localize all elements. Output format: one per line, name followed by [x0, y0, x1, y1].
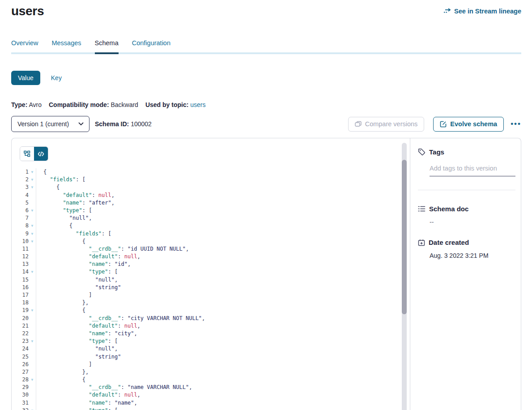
- tags-heading: Tags: [418, 148, 515, 156]
- line-number: 26: [12, 361, 29, 368]
- tab-overview[interactable]: Overview: [11, 39, 38, 52]
- line-number: 12: [12, 253, 29, 261]
- fold-gutter: [29, 315, 36, 322]
- line-number: 7: [12, 214, 29, 222]
- line-number: 1: [12, 168, 29, 176]
- fold-toggle-icon[interactable]: ▼: [29, 207, 36, 214]
- evolve-schema-icon: [440, 121, 447, 128]
- evolve-schema-button[interactable]: Evolve schema: [433, 117, 504, 132]
- calendar-plus-icon: [418, 239, 425, 246]
- fold-toggle-icon[interactable]: ▼: [29, 307, 36, 314]
- version-select[interactable]: Version 1 (current): [11, 116, 89, 132]
- code-line-content: "type": [: [36, 268, 118, 276]
- line-number: 28: [12, 376, 29, 384]
- topic-link[interactable]: users: [190, 101, 205, 108]
- code-line-content: },: [36, 299, 89, 307]
- list-icon: [418, 205, 426, 212]
- version-select-value: Version 1 (current): [17, 120, 69, 128]
- fold-toggle-icon[interactable]: ▼: [29, 238, 36, 245]
- code-line: 22"name": "city",: [12, 330, 410, 337]
- code-line-content: ]: [36, 361, 92, 368]
- code-line: 28▼{: [12, 376, 410, 384]
- tab-schema[interactable]: Schema: [95, 39, 119, 52]
- more-actions-button[interactable]: •••: [511, 120, 521, 128]
- value-key-toggle: Value Key: [11, 71, 521, 85]
- fold-toggle-icon[interactable]: ▼: [29, 407, 36, 410]
- schema-sidebar: Tags Schema doc --: [410, 138, 521, 410]
- value-toggle-button[interactable]: Value: [11, 71, 40, 85]
- fold-gutter: [29, 353, 36, 361]
- line-number: 3: [12, 184, 29, 191]
- code-line: 5"name": "after",: [12, 199, 410, 207]
- compare-versions-label: Compare versions: [365, 120, 418, 128]
- fold-toggle-icon[interactable]: ▼: [29, 184, 36, 191]
- code-line: 27},: [12, 368, 410, 376]
- code-line: 31"name": "name",: [12, 399, 410, 407]
- code-line-content: ]: [36, 291, 92, 299]
- sidebar-divider: [418, 190, 515, 190]
- code-view-button[interactable]: [34, 147, 48, 161]
- code-editor[interactable]: 1▼{2▼"fields": [3▼{4"default": null,5"na…: [12, 168, 410, 410]
- tab-bar: Overview Messages Schema Configuration: [11, 39, 521, 54]
- tree-view-button[interactable]: [20, 147, 34, 161]
- code-scrollbar-thumb[interactable]: [402, 160, 407, 314]
- code-line-content: "null",: [36, 345, 118, 353]
- tab-configuration[interactable]: Configuration: [132, 39, 170, 52]
- code-line: 2▼"fields": [: [12, 176, 410, 184]
- view-mode-toggle: [20, 146, 48, 161]
- code-line-content: "type": [: [36, 207, 92, 214]
- key-toggle-button[interactable]: Key: [51, 74, 62, 81]
- meta-compatibility: Compatibility mode: Backward: [49, 101, 138, 108]
- line-number: 24: [12, 345, 29, 353]
- date-created-value: Aug. 3 2022 3:21 PM: [430, 252, 515, 259]
- code-line-content: "default": null,: [36, 253, 140, 261]
- fold-gutter: [29, 399, 36, 407]
- code-line: 29"__crdb__": "name VARCHAR NULL",: [12, 384, 410, 391]
- code-line: 12"default": null,: [12, 253, 410, 261]
- fold-toggle-icon[interactable]: ▼: [29, 176, 36, 184]
- fold-gutter: [29, 245, 36, 253]
- tag-icon: [418, 148, 426, 156]
- code-line: 15"null",: [12, 276, 410, 284]
- fold-toggle-icon[interactable]: ▼: [29, 337, 36, 345]
- page-title: users: [11, 4, 44, 18]
- stream-lineage-link[interactable]: See in Stream lineage: [443, 8, 521, 15]
- meta-compat-value: Backward: [111, 101, 138, 108]
- schema-doc-heading: Schema doc: [418, 205, 515, 213]
- date-created-title: Date created: [429, 239, 469, 246]
- line-number: 18: [12, 299, 29, 307]
- code-line-content: "null",: [36, 276, 118, 284]
- add-tags-input[interactable]: [430, 165, 515, 176]
- meta-type: Type: Avro: [11, 101, 42, 108]
- line-number: 27: [12, 368, 29, 376]
- fold-toggle-icon[interactable]: ▼: [29, 230, 36, 238]
- fold-gutter: [29, 384, 36, 391]
- line-number: 6: [12, 207, 29, 214]
- code-line: 9▼"fields": [: [12, 230, 410, 238]
- fold-toggle-icon[interactable]: ▼: [29, 168, 36, 176]
- code-line-content: {: [36, 376, 85, 384]
- code-line-content: {: [36, 168, 47, 176]
- code-line-content: "string": [36, 353, 121, 361]
- code-scrollbar-track[interactable]: [402, 143, 407, 410]
- fold-gutter: [29, 253, 36, 261]
- meta-type-label: Type:: [11, 101, 27, 108]
- tab-messages[interactable]: Messages: [51, 39, 81, 52]
- compare-versions-icon: [355, 121, 362, 128]
- schema-id-value: 100002: [131, 120, 152, 128]
- compare-versions-button[interactable]: Compare versions: [348, 117, 425, 132]
- fold-toggle-icon[interactable]: ▼: [29, 268, 36, 276]
- line-number: 21: [12, 322, 29, 330]
- line-number: 23: [12, 337, 29, 345]
- code-line: 23▼"type": [: [12, 337, 410, 345]
- schema-doc-section: Schema doc --: [418, 205, 515, 226]
- code-line-content: {: [36, 222, 72, 230]
- fold-toggle-icon[interactable]: ▼: [29, 222, 36, 230]
- code-line-content: "__crdb__": "name VARCHAR NULL",: [36, 384, 192, 391]
- code-line: 21"default": null,: [12, 322, 410, 330]
- fold-toggle-icon[interactable]: ▼: [29, 376, 36, 384]
- fold-gutter: [29, 276, 36, 284]
- code-line: 19▼{: [12, 307, 410, 314]
- code-line: 18},: [12, 299, 410, 307]
- code-line: 13"name": "id",: [12, 261, 410, 268]
